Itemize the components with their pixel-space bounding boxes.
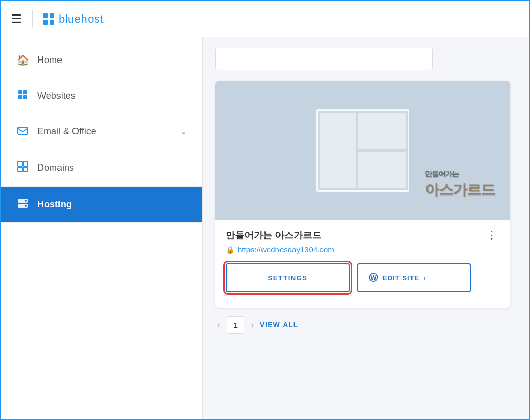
svg-rect-3 xyxy=(23,95,27,99)
sidebar-label-websites: Websites xyxy=(37,91,187,101)
sidebar-label-home: Home xyxy=(37,55,187,66)
chevron-right-icon: › xyxy=(423,274,426,282)
svg-point-12 xyxy=(25,205,27,207)
wireframe-top-right xyxy=(358,113,406,149)
wireframe-left xyxy=(320,113,356,188)
logo-text: bluehost xyxy=(58,12,104,26)
wireframe-bottom-right xyxy=(358,152,406,188)
sidebar: 🏠 Home Websites Email & Offic xyxy=(1,37,203,420)
sidebar-label-domains: Domains xyxy=(37,162,187,173)
logo-grid-icon xyxy=(43,13,54,25)
sidebar-item-email-office[interactable]: Email & Office ⌄ xyxy=(1,114,202,149)
hamburger-icon[interactable]: ☰ xyxy=(11,12,22,26)
svg-rect-1 xyxy=(23,90,27,94)
home-icon: 🏠 xyxy=(17,54,29,66)
wireframe xyxy=(316,109,409,192)
sidebar-item-websites[interactable]: Websites xyxy=(1,78,202,114)
next-page-button[interactable]: › xyxy=(251,320,254,331)
pagination: ‹ 1 › VIEW ALL xyxy=(217,308,517,334)
svg-rect-4 xyxy=(18,127,28,134)
page-number-1[interactable]: 1 xyxy=(227,316,244,334)
sidebar-item-home[interactable]: 🏠 Home xyxy=(1,42,202,78)
site-url-row: 🔒 https://wednesday1304.com xyxy=(226,245,500,254)
svg-rect-8 xyxy=(23,167,28,172)
view-all-button[interactable]: VIEW ALL xyxy=(260,321,298,329)
svg-rect-6 xyxy=(23,161,28,166)
svg-rect-2 xyxy=(18,95,22,99)
header-divider xyxy=(32,10,33,28)
sidebar-label-email: Email & Office xyxy=(37,126,172,137)
lock-icon: 🔒 xyxy=(226,246,234,254)
hosting-icon xyxy=(17,198,29,211)
sidebar-item-hosting[interactable]: Hosting xyxy=(1,187,202,223)
prev-page-button[interactable]: ‹ xyxy=(217,320,220,331)
site-logo-bottom-text: 아스가르드 xyxy=(425,182,495,198)
site-name: 만들어가는 아스가르드 xyxy=(226,229,321,242)
site-logo-top-text: 만들어가는 xyxy=(425,170,495,179)
search-bar[interactable] xyxy=(215,48,433,70)
main-content: 만들어가는 아스가르드 만들어가는 아스가르드 ⋮ 🔒 https://wedn… xyxy=(203,37,529,420)
svg-point-11 xyxy=(25,200,27,202)
header: ☰ bluehost xyxy=(1,1,529,37)
site-thumbnail: 만들어가는 아스가르드 xyxy=(215,81,510,220)
main-layout: 🏠 Home Websites Email & Offic xyxy=(1,37,529,420)
sidebar-label-hosting: Hosting xyxy=(37,199,187,210)
site-title-row: 만들어가는 아스가르드 ⋮ xyxy=(226,229,500,242)
edit-site-button[interactable]: Ⓦ EDIT SITE › xyxy=(357,263,471,292)
site-logo-overlay: 만들어가는 아스가르드 xyxy=(425,170,495,200)
wordpress-icon: Ⓦ xyxy=(369,272,378,284)
edit-site-label: EDIT SITE xyxy=(382,274,419,282)
svg-rect-5 xyxy=(18,161,22,166)
site-url-link[interactable]: https://wednesday1304.com xyxy=(238,245,334,254)
card-body: 만들어가는 아스가르드 ⋮ 🔒 https://wednesday1304.co… xyxy=(215,220,510,297)
options-menu-icon[interactable]: ⋮ xyxy=(484,229,500,242)
settings-button[interactable]: SETTINGS xyxy=(226,263,350,292)
websites-icon xyxy=(17,89,29,102)
logo-area: bluehost xyxy=(43,12,104,26)
svg-rect-0 xyxy=(18,90,22,94)
sidebar-item-domains[interactable]: Domains xyxy=(1,149,202,187)
chevron-down-icon: ⌄ xyxy=(180,127,187,137)
domains-icon xyxy=(17,161,29,175)
site-card: 만들어가는 아스가르드 만들어가는 아스가르드 ⋮ 🔒 https://wedn… xyxy=(215,81,510,308)
svg-rect-7 xyxy=(18,167,22,172)
email-icon xyxy=(17,126,29,138)
card-actions: SETTINGS Ⓦ EDIT SITE › xyxy=(226,263,500,292)
